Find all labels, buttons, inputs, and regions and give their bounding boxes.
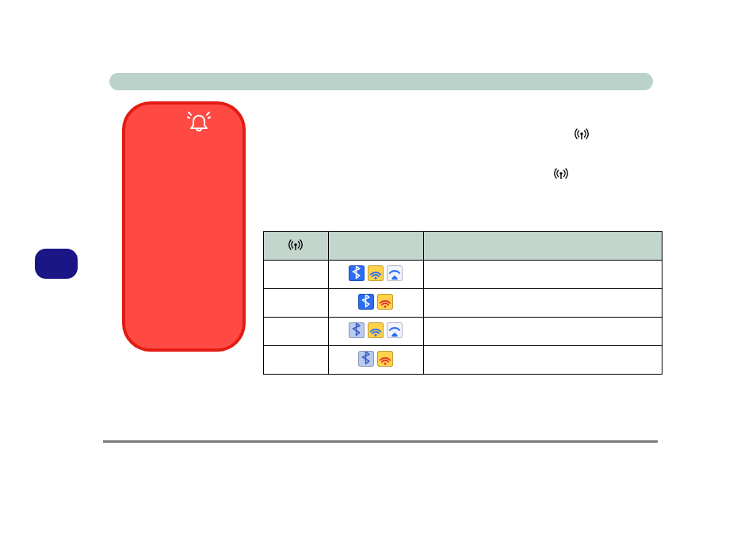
bell-icon: [187, 111, 211, 133]
bluetooth-off-icon: [349, 322, 365, 338]
warning-panel: [122, 101, 246, 352]
table-cell: [264, 346, 329, 375]
tray-icon-group: [358, 351, 393, 367]
antenna-icon: [575, 127, 589, 143]
table-header-cell: [264, 232, 329, 261]
table-row: [264, 289, 662, 318]
bluetooth-on-icon: [358, 294, 374, 310]
table-cell: [264, 289, 329, 318]
bluetooth-off-icon: [358, 351, 374, 367]
table-cell-icons: [328, 261, 423, 289]
table-cell: [423, 289, 662, 318]
wifi-off-icon: [377, 294, 393, 310]
section-header-band: [109, 73, 653, 90]
table-cell: [423, 346, 662, 375]
table-header-cell: [328, 232, 423, 261]
wifi-off-icon: [377, 351, 393, 367]
table-header-row: [264, 232, 662, 261]
table-cell: [423, 261, 662, 289]
3g-on-icon: [387, 322, 403, 338]
wifi-on-icon: [368, 322, 384, 338]
3g-on-icon: [387, 265, 403, 281]
table-header-cell: [423, 232, 662, 261]
table-cell: [264, 318, 329, 346]
table-cell-icons: [328, 318, 423, 346]
table-row: [264, 261, 662, 289]
antenna-icon: [288, 238, 303, 255]
wifi-on-icon: [368, 265, 384, 281]
horizontal-rule: [103, 440, 658, 443]
table-row: [264, 346, 662, 375]
table-cell: [423, 318, 662, 346]
table-cell-icons: [328, 346, 423, 375]
tray-icon-group: [349, 265, 403, 281]
side-badge: [35, 249, 78, 279]
wireless-status-table: [263, 231, 662, 375]
tray-icon-group: [358, 294, 393, 310]
bluetooth-on-icon: [349, 265, 365, 281]
antenna-icon: [554, 166, 568, 183]
table-row: [264, 318, 662, 346]
table-cell: [264, 261, 329, 289]
table-cell-icons: [328, 289, 423, 318]
tray-icon-group: [349, 322, 403, 338]
